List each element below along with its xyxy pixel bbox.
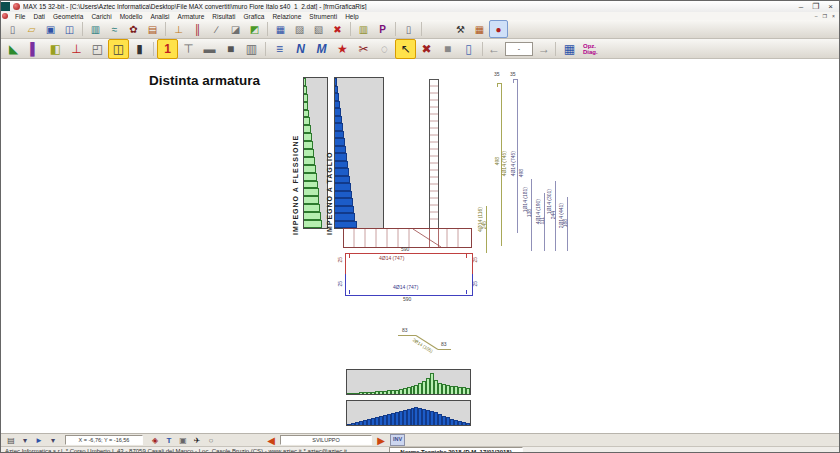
menu-armature[interactable]: Armature (174, 13, 209, 20)
capture-icon[interactable]: ▣ (176, 434, 190, 447)
menu-strumenti[interactable]: Strumenti (305, 13, 341, 20)
rebar-spec: 4Ø14 (745) (511, 151, 516, 176)
menu-grafica[interactable]: Grafica (239, 13, 268, 20)
run-analysis-icon[interactable]: ⚒ (451, 20, 470, 38)
module-mdm-icon[interactable]: ▥ (86, 20, 105, 38)
menu-risultati[interactable]: Risultati (208, 13, 239, 20)
m-diagram-icon[interactable]: M (311, 39, 332, 59)
nav-value-input[interactable]: - (505, 42, 533, 56)
save-file-icon[interactable]: ▣ (41, 20, 60, 38)
rebar-spec: 4Ø14 (745) (502, 151, 507, 176)
wall-section-icon[interactable]: ◫ (108, 39, 129, 59)
save-copy-icon[interactable]: ◫ (60, 20, 79, 38)
menu-geometria[interactable]: Geometria (49, 13, 87, 20)
rebar-wall-icon[interactable]: ▨ (290, 20, 309, 38)
peak-values-icon[interactable]: ★ (332, 39, 353, 59)
stirrups-icon[interactable]: ▥ (241, 39, 262, 59)
histogram-bar (335, 123, 343, 131)
text-tool-icon[interactable]: T (162, 434, 176, 447)
view-prev-icon[interactable]: ◀ (264, 435, 278, 446)
print-dropdown-icon[interactable]: ▾ (18, 434, 32, 447)
fill-toggle-icon[interactable]: ■ (437, 39, 458, 59)
minimize-button[interactable]: – (799, 2, 803, 12)
zbar-left-dim: 83 (402, 328, 408, 333)
general-options-icon[interactable]: ✿ (124, 20, 143, 38)
histogram-bar (304, 196, 319, 204)
layers-view-icon[interactable]: ≡ (269, 39, 290, 59)
rebar-length: 188 (563, 219, 568, 227)
menu-file[interactable]: File (11, 13, 29, 20)
footing-top-dim: 590 (401, 247, 409, 252)
export-dropdown-icon[interactable]: ▾ (46, 434, 60, 447)
zoom-tool-icon[interactable]: ○ (204, 434, 218, 447)
menu-help[interactable]: Help (341, 13, 362, 20)
toolbar-separator (555, 42, 556, 56)
rebar-hook (466, 290, 467, 294)
menu-relazione[interactable]: Relazione (268, 13, 305, 20)
menu-analisi[interactable]: Analisi (146, 13, 173, 20)
menu-modello[interactable]: Modello (116, 13, 147, 20)
select-cursor-icon[interactable]: ↖ (395, 39, 416, 59)
wall-data-icon[interactable]: ▤ (143, 20, 162, 38)
delete-selection-icon[interactable]: ✖ (416, 39, 437, 59)
report-icon[interactable]: ▯ (399, 20, 418, 38)
zbar-segment (398, 335, 416, 336)
view-name-field[interactable]: SVILUPPO (280, 435, 372, 445)
door-view-icon[interactable]: ▯ (458, 39, 479, 59)
t-section-icon[interactable]: ⊤ (178, 39, 199, 59)
cut-section-icon[interactable]: ✂ (353, 39, 374, 59)
nav-prev-icon[interactable]: ← (486, 42, 502, 56)
print-icon[interactable]: ▤ (4, 434, 18, 447)
new-file-icon[interactable]: ▯ (3, 20, 22, 38)
soil-layers-icon[interactable]: ◩ (245, 20, 264, 38)
anchors-data-icon[interactable]: ∕ (207, 20, 226, 38)
rebar-length: 498 (495, 157, 500, 165)
mdi-restore-button[interactable]: ❐ (823, 13, 827, 19)
beam-bottom-icon[interactable]: ■ (220, 39, 241, 59)
restore-button[interactable]: ❐ (812, 2, 819, 12)
mdi-minimize-button[interactable]: – (815, 13, 818, 19)
nav-next-icon[interactable]: → (536, 42, 552, 56)
view-next-icon[interactable]: ▶ (374, 435, 388, 446)
rebar-hook (466, 254, 467, 258)
rebar-delete-icon[interactable]: ✖ (328, 20, 347, 38)
mdi-close-button[interactable]: × (832, 13, 835, 19)
displacements-diagram-icon[interactable]: ▌ (24, 39, 45, 59)
drawing-canvas[interactable]: Distinta armatura IMPEGNO A FLESSIONE IM… (1, 59, 840, 433)
menu-dati[interactable]: Dati (29, 13, 49, 20)
export-icon[interactable]: ► (32, 434, 46, 447)
model-3d-icon[interactable]: ◰ (87, 39, 108, 59)
pressures-diagram-icon[interactable]: ◣ (3, 39, 24, 59)
mesh-data-icon[interactable]: ▦ (271, 20, 290, 38)
wall-panels-icon[interactable]: ◧ (45, 39, 66, 59)
style-shield-icon[interactable]: ◈ (148, 434, 162, 447)
flessione-label: IMPEGNO A FLESSIONE (292, 109, 299, 235)
soil-profile-icon[interactable]: ◪ (226, 20, 245, 38)
foundation-data-icon[interactable]: ⊥ (169, 20, 188, 38)
menu-carichi[interactable]: Carichi (87, 13, 115, 20)
bearing-check-icon[interactable]: ⊥ (66, 39, 87, 59)
piles-data-icon[interactable]: ║ (188, 20, 207, 38)
close-button[interactable]: × (828, 2, 833, 12)
n-diagram-icon[interactable]: N (290, 39, 311, 59)
corner-dim: 25 (473, 257, 478, 263)
inv-button[interactable]: INV (390, 434, 405, 446)
rebar-hook (513, 79, 518, 83)
rebar-schedule-icon[interactable]: 1 (157, 39, 178, 59)
section-p-icon[interactable]: P (373, 20, 392, 38)
app-icon (13, 3, 20, 10)
section-lf-icon[interactable]: ▥ (354, 20, 373, 38)
table-window-icon[interactable]: ▦ (559, 39, 580, 59)
section-panels-icon[interactable]: ▮ (129, 39, 150, 59)
toolbar-separator (482, 42, 483, 56)
open-file-icon[interactable]: ▱ (22, 20, 41, 38)
title-bar: MAX 15 32-bit - [C:\Users\Aztec Informat… (1, 1, 839, 12)
graphics-results-icon[interactable]: ● (489, 20, 508, 38)
results-table-icon[interactable]: ▦ (470, 20, 489, 38)
module-wave-icon[interactable]: ≈ (105, 20, 124, 38)
lasso-select-icon[interactable]: ◌ (374, 39, 395, 59)
rebar-footing-icon[interactable]: ▧ (309, 20, 328, 38)
diagram-options-button[interactable]: Opz. Diag. (583, 43, 598, 55)
beam-top-icon[interactable]: ▬ (199, 39, 220, 59)
pointer-plane-icon[interactable]: ✈ (190, 434, 204, 447)
